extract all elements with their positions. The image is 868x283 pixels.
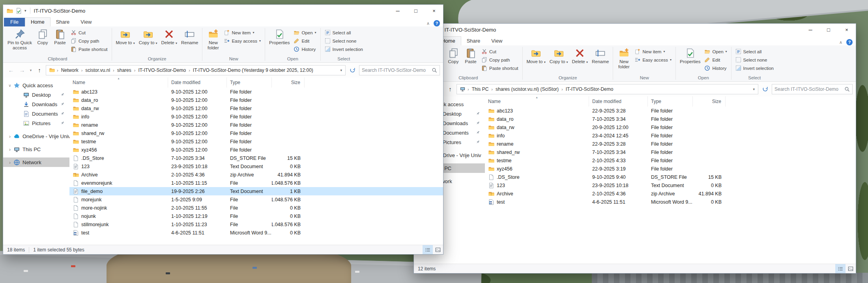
close-button[interactable]: × <box>838 24 856 36</box>
file-name-cell[interactable]: rename <box>69 122 168 128</box>
breadcrumb-item[interactable]: scistor.vu.nl› <box>83 67 115 73</box>
address-dropdown-icon[interactable]: ▾ <box>339 68 344 72</box>
column-header-date-modified[interactable]: Date modified <box>168 77 227 88</box>
tab-file[interactable]: File <box>4 18 25 26</box>
thumbnails-view-button[interactable] <box>433 245 443 254</box>
file-name-cell[interactable]: testme <box>69 139 168 145</box>
qat-properties-icon[interactable] <box>15 7 22 14</box>
recent-locations-icon[interactable]: ▾ <box>28 66 33 75</box>
file-name-cell[interactable]: nojunk <box>69 213 168 219</box>
refresh-icon[interactable] <box>347 65 357 75</box>
up-icon[interactable]: ↑ <box>445 84 455 94</box>
new-folder-button[interactable]: Newfolder <box>615 47 632 71</box>
history-button[interactable]: History <box>702 64 729 72</box>
properties-button[interactable]: Properties <box>267 28 292 47</box>
file-row[interactable]: abc123 22-9-2025 3:28 File folder <box>485 107 856 115</box>
copy-path-button[interactable]: Copy path <box>479 56 520 64</box>
file-row[interactable]: morejunk 1-5-2025 9:09 File 1.048.576 KB <box>69 195 443 204</box>
invert-selection-button[interactable]: Invert selection <box>323 45 365 53</box>
file-row[interactable]: .DS_Store 7-10-2025 3:34 DS_STORE File 1… <box>69 154 443 162</box>
chevron-icon[interactable] <box>7 133 13 139</box>
file-name-cell[interactable]: data_ro <box>485 116 589 122</box>
copy-to-button[interactable]: Copy to ▾ <box>548 47 570 66</box>
sidebar-item[interactable]: Quick access <box>3 81 69 90</box>
file-name-cell[interactable]: shared_rw <box>485 149 589 156</box>
easy-access-button[interactable]: Easy access▾ <box>632 56 673 64</box>
breadcrumb-item[interactable]: This PC› <box>470 86 494 92</box>
file-row[interactable]: 123 23-9-2025 10:18 Text Document 0 KB <box>69 162 443 171</box>
search-input[interactable] <box>362 67 432 73</box>
column-header-type[interactable]: Type <box>227 77 272 88</box>
file-row[interactable]: rename 9-10-2025 12:00 File folder <box>69 121 443 129</box>
breadcrumb-item[interactable]: IT-ITVO-SciStor-Demo› <box>136 67 191 73</box>
file-name-cell[interactable]: morejunk <box>69 197 168 203</box>
open-button[interactable]: Open▾ <box>292 28 318 37</box>
cut-button[interactable]: Cut <box>69 28 110 37</box>
address-dropdown-icon[interactable]: ▾ <box>751 87 756 91</box>
file-name-cell[interactable]: .DS_Store <box>485 174 589 180</box>
column-header-type[interactable]: Type <box>648 96 693 107</box>
file-name-cell[interactable]: more-nojink <box>69 205 168 211</box>
address-bar[interactable]: › This PC› shares (scistor.vu.nl) (SciSt… <box>456 84 758 94</box>
paste-shortcut-button[interactable]: Paste shortcut <box>479 64 520 72</box>
file-row[interactable]: data_ro 9-10-2025 12:00 File folder <box>69 96 443 104</box>
help-icon[interactable]: ? <box>846 39 853 45</box>
edit-button[interactable]: Edit <box>702 56 729 64</box>
file-row[interactable]: xyz456 9-10-2025 12:00 File folder <box>69 146 443 154</box>
file-row[interactable]: data_rw 20-9-2025 12:00 File folder <box>485 123 856 131</box>
file-row[interactable]: Archive 2-10-2025 4:36 zip Archive 41.89… <box>485 189 856 198</box>
tab-home[interactable]: Home <box>25 17 51 26</box>
sidebar-item[interactable]: Pictures <box>3 118 69 128</box>
tab-share[interactable]: Share <box>51 18 75 26</box>
file-row[interactable]: testme 2-10-2025 4:33 File folder <box>485 156 856 165</box>
file-name-cell[interactable]: evenmorejunk <box>69 180 168 186</box>
rename-button[interactable]: Rename <box>179 28 200 47</box>
paste-button[interactable]: Paste <box>462 47 479 66</box>
help-icon[interactable]: ? <box>434 20 440 26</box>
search-box[interactable] <box>359 65 440 75</box>
chevron-icon[interactable] <box>7 146 13 152</box>
rename-button[interactable]: Rename <box>590 47 611 66</box>
close-button[interactable]: × <box>425 5 443 17</box>
open-button[interactable]: Open▾ <box>702 47 729 56</box>
file-row[interactable]: abc123 9-10-2025 12:00 File folder <box>69 88 443 96</box>
file-row[interactable]: data_rw 9-10-2025 12:00 File folder <box>69 104 443 112</box>
select-none-button[interactable]: Select none <box>323 37 365 45</box>
new-folder-button[interactable]: Newfolder <box>204 28 222 52</box>
file-row[interactable]: shared_rw 9-10-2025 12:00 File folder <box>69 129 443 137</box>
file-row[interactable]: 123 23-9-2025 10:18 Text Document 0 KB <box>485 181 856 189</box>
paste-shortcut-button[interactable]: Paste shortcut <box>69 45 110 53</box>
sidebar-item[interactable]: Documents <box>3 109 69 118</box>
file-name-cell[interactable]: Archive <box>485 191 589 197</box>
titlebar[interactable]: ▾ IT-ITVO-SciStor-Demo ─ □ × <box>414 24 856 36</box>
file-row[interactable]: stillmorejunk 1-10-2025 11:23 File 1.048… <box>69 220 443 229</box>
ribbon-collapse-icon[interactable]: ∧ <box>427 21 430 26</box>
file-row[interactable]: shared_rw 7-10-2025 3:34 File folder <box>485 148 856 156</box>
minimize-button[interactable]: ─ <box>389 5 407 17</box>
address-bar[interactable]: › Network› scistor.vu.nl› shares› IT-ITV… <box>46 65 346 75</box>
qat-customize-icon[interactable]: ▾ <box>24 9 26 13</box>
history-button[interactable]: History <box>292 45 318 53</box>
file-name-cell[interactable]: .DS_Store <box>69 155 168 161</box>
minimize-button[interactable]: ─ <box>801 24 819 36</box>
maximize-button[interactable]: □ <box>819 24 838 36</box>
move-to-button[interactable]: Move to ▾ <box>114 28 137 47</box>
file-row[interactable]: test 4-6-2025 11:51 Microsoft Word 9... … <box>485 198 856 206</box>
file-name-cell[interactable]: xyz456 <box>69 147 168 153</box>
properties-button[interactable]: Properties <box>678 47 702 66</box>
column-header-name[interactable]: ▴Name <box>69 77 168 88</box>
titlebar[interactable]: ▾ IT-ITVO-SciStor-Demo ─ □ × <box>3 5 443 17</box>
file-row[interactable]: evenmorejunk 1-10-2025 11:15 File 1.048.… <box>69 179 443 187</box>
details-view-button[interactable] <box>423 245 433 254</box>
breadcrumb-item[interactable]: Network› <box>59 67 84 73</box>
sidebar-item[interactable]: OneDrive - Vrije Univ <box>3 131 69 141</box>
cut-button[interactable]: Cut <box>479 47 520 56</box>
copy-path-button[interactable]: Copy path <box>69 37 110 45</box>
file-name-cell[interactable]: 123 <box>485 182 589 189</box>
sidebar-item[interactable]: This PC <box>3 144 69 154</box>
delete-button[interactable]: Delete ▾ <box>159 28 179 47</box>
file-row[interactable]: .DS_Store 9-10-2025 9:40 DS_STORE File 1… <box>485 173 856 181</box>
file-name-cell[interactable]: rename <box>485 141 589 147</box>
file-row[interactable]: info 23-4-2024 12:45 File folder <box>485 131 856 140</box>
file-name-cell[interactable]: data_rw <box>69 105 168 112</box>
